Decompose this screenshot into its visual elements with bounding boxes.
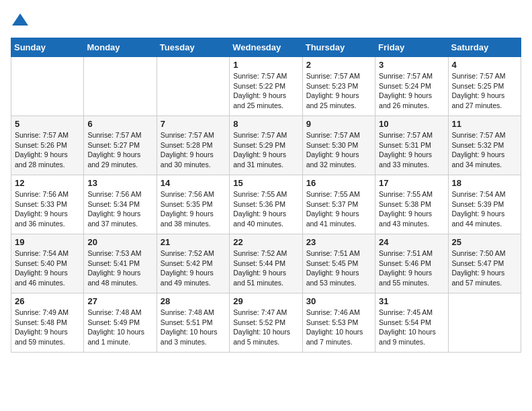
calendar-cell: 6Sunrise: 7:57 AM Sunset: 5:27 PM Daylig… (84, 116, 157, 175)
calendar-cell: 8Sunrise: 7:57 AM Sunset: 5:29 PM Daylig… (230, 116, 302, 175)
day-number: 31 (379, 296, 444, 306)
calendar-cell (84, 57, 157, 116)
day-info: Sunrise: 7:45 AM Sunset: 5:54 PM Dayligh… (379, 308, 444, 347)
calendar-cell: 31Sunrise: 7:45 AM Sunset: 5:54 PM Dayli… (375, 293, 448, 353)
day-number: 20 (87, 237, 152, 247)
day-info: Sunrise: 7:57 AM Sunset: 5:31 PM Dayligh… (379, 130, 444, 170)
calendar-cell: 29Sunrise: 7:47 AM Sunset: 5:52 PM Dayli… (230, 293, 302, 353)
day-info: Sunrise: 7:57 AM Sunset: 5:25 PM Dayligh… (452, 71, 517, 111)
day-info: Sunrise: 7:52 AM Sunset: 5:42 PM Dayligh… (161, 248, 226, 288)
logo-icon (11, 11, 30, 30)
calendar-cell: 15Sunrise: 7:55 AM Sunset: 5:36 PM Dayli… (230, 175, 302, 234)
calendar-cell: 24Sunrise: 7:51 AM Sunset: 5:46 PM Dayli… (375, 234, 448, 293)
day-info: Sunrise: 7:57 AM Sunset: 5:26 PM Dayligh… (15, 130, 80, 170)
day-number: 3 (379, 60, 444, 70)
day-info: Sunrise: 7:53 AM Sunset: 5:41 PM Dayligh… (87, 248, 152, 288)
day-info: Sunrise: 7:56 AM Sunset: 5:34 PM Dayligh… (87, 189, 152, 229)
calendar-cell: 17Sunrise: 7:55 AM Sunset: 5:38 PM Dayli… (375, 175, 448, 234)
day-info: Sunrise: 7:57 AM Sunset: 5:22 PM Dayligh… (233, 71, 298, 111)
day-info: Sunrise: 7:57 AM Sunset: 5:23 PM Dayligh… (306, 71, 371, 111)
day-number: 6 (87, 119, 152, 129)
day-info: Sunrise: 7:55 AM Sunset: 5:38 PM Dayligh… (379, 189, 444, 229)
calendar-header: SundayMondayTuesdayWednesdayThursdayFrid… (11, 38, 521, 57)
day-number: 5 (15, 119, 80, 129)
day-info: Sunrise: 7:55 AM Sunset: 5:37 PM Dayligh… (306, 189, 371, 229)
day-number: 25 (452, 237, 517, 247)
day-number: 10 (379, 119, 444, 129)
calendar-cell: 3Sunrise: 7:57 AM Sunset: 5:24 PM Daylig… (375, 57, 448, 116)
calendar-cell: 12Sunrise: 7:56 AM Sunset: 5:33 PM Dayli… (11, 175, 84, 234)
day-info: Sunrise: 7:46 AM Sunset: 5:53 PM Dayligh… (306, 308, 371, 347)
day-number: 11 (452, 119, 517, 129)
day-info: Sunrise: 7:57 AM Sunset: 5:30 PM Dayligh… (306, 130, 371, 170)
calendar-cell: 16Sunrise: 7:55 AM Sunset: 5:37 PM Dayli… (302, 175, 375, 234)
day-number: 15 (233, 178, 298, 188)
weekday-header: Saturday (448, 38, 521, 57)
calendar-cell: 28Sunrise: 7:48 AM Sunset: 5:51 PM Dayli… (157, 293, 229, 353)
day-number: 13 (87, 178, 152, 188)
day-info: Sunrise: 7:57 AM Sunset: 5:32 PM Dayligh… (452, 130, 517, 170)
calendar-week-row: 26Sunrise: 7:49 AM Sunset: 5:48 PM Dayli… (11, 293, 521, 353)
calendar-cell: 4Sunrise: 7:57 AM Sunset: 5:25 PM Daylig… (448, 57, 521, 116)
calendar-cell: 2Sunrise: 7:57 AM Sunset: 5:23 PM Daylig… (302, 57, 375, 116)
day-number: 16 (306, 178, 371, 188)
calendar-cell (11, 57, 84, 116)
day-info: Sunrise: 7:56 AM Sunset: 5:35 PM Dayligh… (161, 189, 226, 229)
day-number: 1 (233, 60, 298, 70)
svg-marker-0 (12, 13, 28, 26)
weekday-header: Thursday (302, 38, 375, 57)
calendar-cell: 9Sunrise: 7:57 AM Sunset: 5:30 PM Daylig… (302, 116, 375, 175)
day-number: 17 (379, 178, 444, 188)
calendar-cell: 22Sunrise: 7:52 AM Sunset: 5:44 PM Dayli… (230, 234, 302, 293)
day-number: 23 (306, 237, 371, 247)
calendar-cell (448, 293, 521, 353)
calendar-cell: 26Sunrise: 7:49 AM Sunset: 5:48 PM Dayli… (11, 293, 84, 353)
weekday-header: Wednesday (230, 38, 302, 57)
day-number: 30 (306, 296, 371, 306)
day-number: 27 (87, 296, 152, 306)
day-number: 9 (306, 119, 371, 129)
logo (11, 11, 32, 30)
calendar-cell: 14Sunrise: 7:56 AM Sunset: 5:35 PM Dayli… (157, 175, 229, 234)
calendar-cell: 1Sunrise: 7:57 AM Sunset: 5:22 PM Daylig… (230, 57, 302, 116)
day-number: 8 (233, 119, 298, 129)
day-number: 4 (452, 60, 517, 70)
day-info: Sunrise: 7:48 AM Sunset: 5:49 PM Dayligh… (87, 308, 152, 347)
calendar-cell: 10Sunrise: 7:57 AM Sunset: 5:31 PM Dayli… (375, 116, 448, 175)
calendar-cell: 13Sunrise: 7:56 AM Sunset: 5:34 PM Dayli… (84, 175, 157, 234)
calendar-cell: 23Sunrise: 7:51 AM Sunset: 5:45 PM Dayli… (302, 234, 375, 293)
calendar-cell: 5Sunrise: 7:57 AM Sunset: 5:26 PM Daylig… (11, 116, 84, 175)
day-number: 18 (452, 178, 517, 188)
day-info: Sunrise: 7:57 AM Sunset: 5:28 PM Dayligh… (161, 130, 226, 170)
calendar-cell: 7Sunrise: 7:57 AM Sunset: 5:28 PM Daylig… (157, 116, 229, 175)
calendar-week-row: 19Sunrise: 7:54 AM Sunset: 5:40 PM Dayli… (11, 234, 521, 293)
calendar-cell: 11Sunrise: 7:57 AM Sunset: 5:32 PM Dayli… (448, 116, 521, 175)
day-info: Sunrise: 7:50 AM Sunset: 5:47 PM Dayligh… (452, 248, 517, 288)
day-info: Sunrise: 7:49 AM Sunset: 5:48 PM Dayligh… (15, 308, 80, 347)
day-info: Sunrise: 7:52 AM Sunset: 5:44 PM Dayligh… (233, 248, 298, 288)
calendar-week-row: 12Sunrise: 7:56 AM Sunset: 5:33 PM Dayli… (11, 175, 521, 234)
calendar-table: SundayMondayTuesdayWednesdayThursdayFrid… (11, 38, 521, 353)
day-number: 7 (161, 119, 226, 129)
day-info: Sunrise: 7:54 AM Sunset: 5:40 PM Dayligh… (15, 248, 80, 288)
day-number: 2 (306, 60, 371, 70)
day-number: 12 (15, 178, 80, 188)
calendar-cell (157, 57, 229, 116)
calendar-week-row: 5Sunrise: 7:57 AM Sunset: 5:26 PM Daylig… (11, 116, 521, 175)
weekday-row: SundayMondayTuesdayWednesdayThursdayFrid… (11, 38, 521, 57)
day-number: 28 (161, 296, 226, 306)
day-number: 24 (379, 237, 444, 247)
weekday-header: Sunday (11, 38, 84, 57)
calendar-cell: 21Sunrise: 7:52 AM Sunset: 5:42 PM Dayli… (157, 234, 229, 293)
calendar-cell: 18Sunrise: 7:54 AM Sunset: 5:39 PM Dayli… (448, 175, 521, 234)
calendar-cell: 19Sunrise: 7:54 AM Sunset: 5:40 PM Dayli… (11, 234, 84, 293)
day-info: Sunrise: 7:57 AM Sunset: 5:29 PM Dayligh… (233, 130, 298, 170)
day-number: 14 (161, 178, 226, 188)
day-info: Sunrise: 7:54 AM Sunset: 5:39 PM Dayligh… (452, 189, 517, 229)
weekday-header: Monday (84, 38, 157, 57)
day-info: Sunrise: 7:51 AM Sunset: 5:46 PM Dayligh… (379, 248, 444, 288)
calendar-cell: 27Sunrise: 7:48 AM Sunset: 5:49 PM Dayli… (84, 293, 157, 353)
calendar-cell: 20Sunrise: 7:53 AM Sunset: 5:41 PM Dayli… (84, 234, 157, 293)
calendar-week-row: 1Sunrise: 7:57 AM Sunset: 5:22 PM Daylig… (11, 57, 521, 116)
day-number: 29 (233, 296, 298, 306)
